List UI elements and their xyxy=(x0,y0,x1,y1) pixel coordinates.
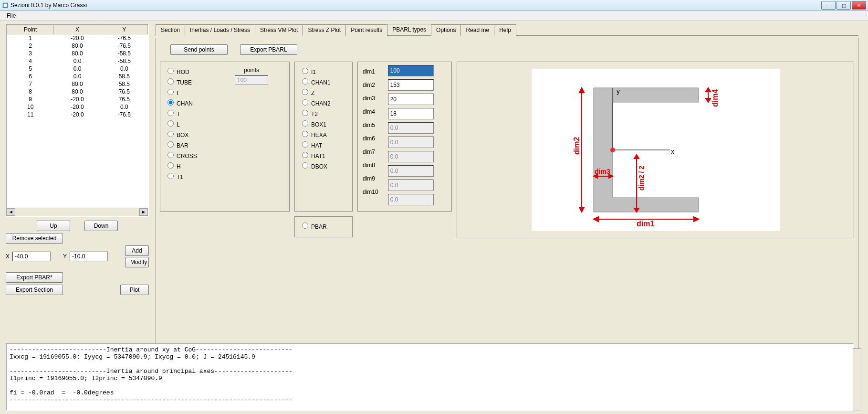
svg-rect-1 xyxy=(4,4,7,7)
window-title: Sezioni 0.0.1 by Marco Grassi xyxy=(10,2,87,9)
app-icon xyxy=(2,2,9,9)
menubar: File xyxy=(0,11,868,21)
minimize-button[interactable]: — xyxy=(821,1,836,10)
maximize-button[interactable]: ▢ xyxy=(837,1,851,10)
titlebar: Sezioni 0.0.1 by Marco Grassi — ▢ ✕ xyxy=(0,0,868,11)
menu-file[interactable]: File xyxy=(3,11,20,20)
close-button[interactable]: ✕ xyxy=(852,1,866,10)
